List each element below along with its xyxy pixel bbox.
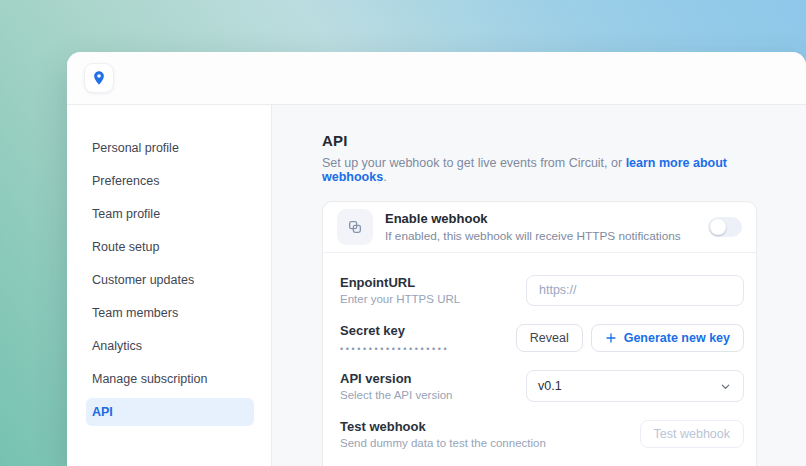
endpoint-url-texts: EnpointURL Enter your HTTPS URL [340,275,460,305]
sidebar-item-label: Customer updates [92,273,194,287]
subtitle-text: Set up your webhook to get live events f… [322,156,626,170]
generate-new-key-button[interactable]: Generate new key [591,324,744,352]
main-content: API Set up your webhook to get live even… [272,105,806,466]
sidebar-item-personal-profile[interactable]: Personal profile [86,134,254,162]
generate-new-key-label: Generate new key [624,331,730,345]
sidebar-item-route-setup[interactable]: Route setup [86,233,254,261]
secret-key-row: Secret key ••••••••••••••••••• Reveal Ge… [340,314,744,362]
test-webhook-button[interactable]: Test webhook [640,420,744,448]
reveal-button-label: Reveal [530,331,569,345]
sidebar-item-label: Manage subscription [92,372,207,386]
api-version-texts: API version Select the API version [340,371,453,401]
api-version-selected-value: v0.1 [538,379,562,393]
plus-icon [605,332,617,344]
page-title: API [322,132,757,149]
sidebar-item-label: API [92,405,113,419]
endpoint-url-label: EnpointURL [340,275,460,290]
api-version-row: API version Select the API version v0.1 [340,362,744,410]
endpoint-url-input[interactable] [526,275,744,306]
sidebar-item-label: Team members [92,306,178,320]
sidebar-item-manage-subscription[interactable]: Manage subscription [86,365,254,393]
enable-webhook-row: Enable webhook If enabled, this webhook … [323,202,756,253]
secret-key-masked-value: ••••••••••••••••••• [340,344,449,354]
sidebar-item-label: Team profile [92,207,160,221]
test-webhook-button-label: Test webhook [654,427,730,441]
sidebar-item-label: Route setup [92,240,159,254]
webhook-settings-panel: Enable webhook If enabled, this webhook … [322,201,757,466]
page-subtitle: Set up your webhook to get live events f… [322,156,757,184]
settings-sidebar: Personal profile Preferences Team profil… [67,105,272,466]
test-webhook-hint: Send dummy data to test the connection [340,437,546,449]
sidebar-item-api[interactable]: API [86,398,254,426]
secret-key-texts: Secret key ••••••••••••••••••• [340,323,449,354]
circuit-logo[interactable] [84,63,114,93]
test-webhook-texts: Test webhook Send dummy data to test the… [340,419,546,449]
sidebar-item-label: Analytics [92,339,142,353]
sidebar-item-label: Personal profile [92,141,179,155]
app-window: Personal profile Preferences Team profil… [67,52,806,466]
test-webhook-row: Test webhook Send dummy data to test the… [340,410,744,458]
enable-webhook-title: Enable webhook [385,211,681,226]
reveal-button[interactable]: Reveal [516,324,583,352]
test-webhook-label: Test webhook [340,419,546,434]
enable-webhook-toggle[interactable] [708,217,742,237]
chevron-down-icon [719,380,732,393]
secret-key-actions: Reveal Generate new key [516,324,744,352]
endpoint-url-hint: Enter your HTTPS URL [340,293,460,305]
api-version-select[interactable]: v0.1 [526,370,744,402]
sidebar-item-preferences[interactable]: Preferences [86,167,254,195]
secret-key-label: Secret key [340,323,449,338]
subtitle-period: . [383,170,386,184]
api-version-hint: Select the API version [340,389,453,401]
webhook-form-rows: EnpointURL Enter your HTTPS URL Secret k… [323,253,756,466]
top-bar [67,52,806,105]
sidebar-item-team-members[interactable]: Team members [86,299,254,327]
sidebar-item-customer-updates[interactable]: Customer updates [86,266,254,294]
enable-webhook-description: If enabled, this webhook will receive HT… [385,229,681,243]
sidebar-item-team-profile[interactable]: Team profile [86,200,254,228]
app-background: Personal profile Preferences Team profil… [0,0,806,466]
webhook-icon-chip [337,209,373,245]
location-pin-icon [91,70,107,86]
window-body: Personal profile Preferences Team profil… [67,105,806,466]
copy-icon [347,219,363,235]
enable-webhook-texts: Enable webhook If enabled, this webhook … [385,211,681,243]
api-version-label: API version [340,371,453,386]
sidebar-item-label: Preferences [92,174,159,188]
sidebar-item-analytics[interactable]: Analytics [86,332,254,360]
toggle-knob [710,219,726,235]
endpoint-url-row: EnpointURL Enter your HTTPS URL [340,266,744,314]
